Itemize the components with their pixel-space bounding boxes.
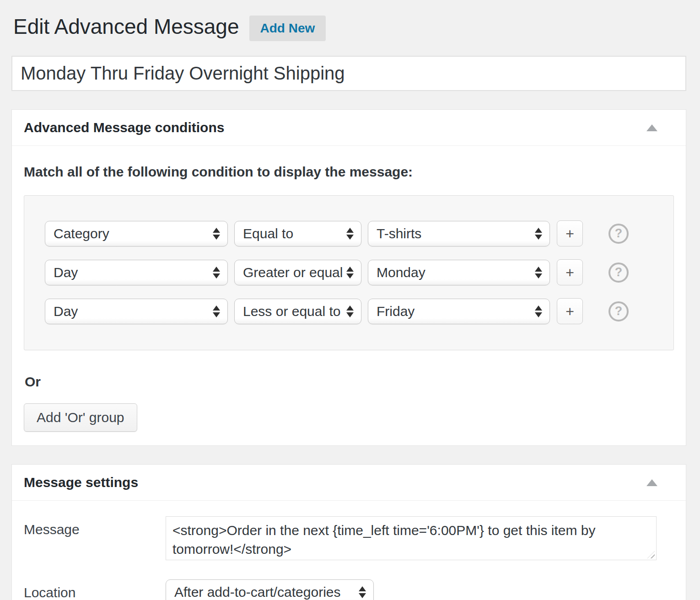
location-label: Location xyxy=(24,579,166,600)
chevron-up-down-icon xyxy=(535,305,542,317)
add-condition-button[interactable]: + xyxy=(557,220,583,246)
message-textarea-wrap: <strong>Order in the next {time_left tim… xyxy=(166,516,657,560)
condition-operator-select[interactable]: Greater or equal xyxy=(234,260,361,285)
select-value: Day xyxy=(54,304,78,319)
add-condition-button[interactable]: + xyxy=(557,298,583,324)
chevron-up-down-icon xyxy=(213,305,220,317)
settings-metabox-body: Message <strong>Order in the next {time_… xyxy=(12,501,686,600)
select-value: After add-to-cart/categories xyxy=(174,584,341,600)
or-label: Or xyxy=(25,374,674,390)
select-value: Category xyxy=(54,226,109,241)
condition-row: Day Greater or equal Monday + ? xyxy=(45,259,663,285)
triangle-up-icon xyxy=(646,124,657,131)
condition-group: Category Equal to T-shirts + ? Day xyxy=(24,195,674,350)
conditions-metabox-title: Advanced Message conditions xyxy=(24,120,224,135)
help-icon[interactable]: ? xyxy=(608,262,629,283)
post-title-input[interactable] xyxy=(11,56,686,91)
triangle-up-icon xyxy=(646,479,657,486)
select-value: Greater or equal xyxy=(243,265,343,280)
chevron-up-down-icon xyxy=(346,305,354,317)
condition-operator-select[interactable]: Less or equal to xyxy=(234,299,361,324)
condition-value-select[interactable]: T-shirts xyxy=(368,221,550,246)
page-header: Edit Advanced Message Add New xyxy=(13,13,686,41)
conditions-intro: Match all of the following condition to … xyxy=(24,164,674,180)
settings-metabox-title: Message settings xyxy=(24,475,138,490)
help-icon[interactable]: ? xyxy=(608,224,629,244)
select-value: T-shirts xyxy=(377,226,421,241)
condition-value-select[interactable]: Monday xyxy=(368,260,550,285)
select-value: Monday xyxy=(377,265,425,280)
conditions-metabox-header: Advanced Message conditions xyxy=(12,110,686,146)
add-condition-button[interactable]: + xyxy=(557,259,583,285)
select-value: Equal to xyxy=(243,226,293,241)
page-title: Edit Advanced Message xyxy=(13,14,239,39)
help-icon[interactable]: ? xyxy=(608,301,629,321)
chevron-up-down-icon xyxy=(213,228,220,240)
conditions-collapse-toggle[interactable] xyxy=(640,121,664,135)
title-input-wrap xyxy=(11,56,686,91)
condition-field-select[interactable]: Day xyxy=(45,299,228,324)
location-row: Location After add-to-cart/categories xyxy=(24,579,674,600)
condition-value-select[interactable]: Friday xyxy=(368,299,550,324)
chevron-up-down-icon xyxy=(213,267,220,279)
condition-operator-select[interactable]: Equal to xyxy=(234,221,361,246)
message-label: Message xyxy=(24,516,166,537)
select-value: Friday xyxy=(377,304,415,319)
chevron-up-down-icon xyxy=(535,228,542,240)
chevron-up-down-icon xyxy=(535,267,542,279)
select-value: Less or equal to xyxy=(243,304,340,319)
message-row: Message <strong>Order in the next {time_… xyxy=(24,516,674,560)
condition-field-select[interactable]: Category xyxy=(45,221,228,246)
add-or-group-button[interactable]: Add 'Or' group xyxy=(24,403,137,432)
condition-field-select[interactable]: Day xyxy=(45,260,228,285)
settings-metabox: Message settings Message <strong>Order i… xyxy=(11,464,686,600)
add-new-button[interactable]: Add New xyxy=(249,16,326,41)
chevron-up-down-icon xyxy=(346,267,354,279)
condition-row: Day Less or equal to Friday + ? xyxy=(45,298,663,324)
conditions-metabox: Advanced Message conditions Match all of… xyxy=(11,109,686,446)
location-select[interactable]: After add-to-cart/categories xyxy=(166,579,374,600)
conditions-metabox-body: Match all of the following condition to … xyxy=(12,146,686,445)
select-value: Day xyxy=(54,265,78,280)
chevron-up-down-icon xyxy=(346,228,354,240)
condition-row: Category Equal to T-shirts + ? xyxy=(45,220,663,246)
message-textarea[interactable]: <strong>Order in the next {time_left tim… xyxy=(166,516,657,560)
chevron-up-down-icon xyxy=(359,586,366,598)
settings-collapse-toggle[interactable] xyxy=(640,476,664,490)
settings-metabox-header: Message settings xyxy=(12,465,686,501)
